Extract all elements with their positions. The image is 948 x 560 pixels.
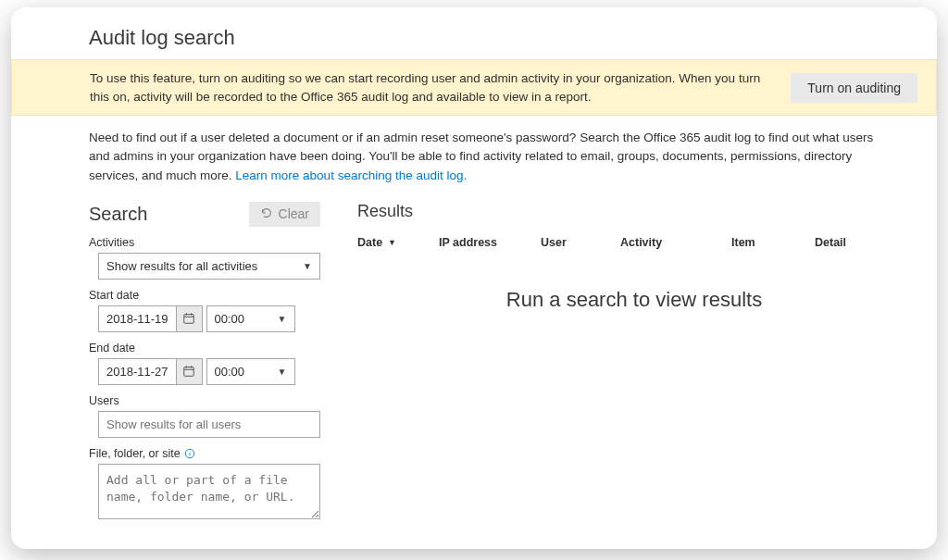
column-date-label: Date — [357, 236, 382, 249]
column-user[interactable]: User — [541, 236, 620, 249]
start-date-field[interactable]: 2018-11-19 — [98, 305, 203, 332]
intro-body: Need to find out if a user deleted a doc… — [89, 131, 873, 182]
search-panel: Search Clear Activities Show results for… — [89, 202, 320, 522]
end-date-field[interactable]: 2018-11-27 — [98, 358, 203, 385]
start-time-value: 00:00 — [215, 312, 245, 326]
caret-down-icon: ▼ — [278, 314, 287, 324]
start-date-value: 2018-11-19 — [99, 306, 176, 331]
results-panel: Results Date ▼ IP address User Activity … — [357, 202, 911, 522]
clear-button[interactable]: Clear — [249, 202, 320, 227]
caret-down-icon: ▼ — [278, 367, 287, 377]
start-date-calendar-button[interactable] — [176, 306, 202, 331]
search-header: Search Clear — [89, 202, 320, 227]
undo-icon — [260, 206, 273, 222]
column-detail[interactable]: Detail — [815, 236, 911, 249]
clear-label: Clear — [279, 206, 309, 221]
end-date-label: End date — [89, 342, 320, 355]
info-icon[interactable] — [184, 448, 195, 459]
users-input[interactable] — [98, 411, 320, 438]
end-time-value: 00:00 — [215, 365, 245, 379]
activities-label: Activities — [89, 236, 320, 249]
end-date-calendar-button[interactable] — [176, 359, 202, 384]
start-date-label: Start date — [89, 289, 320, 302]
end-date-value: 2018-11-27 — [99, 359, 176, 384]
file-label: File, folder, or site — [89, 447, 320, 460]
activities-value: Show results for all activities — [106, 259, 257, 273]
caret-down-icon: ▼ — [303, 261, 312, 271]
activities-dropdown[interactable]: Show results for all activities ▼ — [98, 253, 320, 280]
end-date-row: 2018-11-27 00:00 ▼ — [98, 358, 320, 385]
results-body[interactable]: Run a search to view results — [357, 256, 911, 516]
main-row: Search Clear Activities Show results for… — [89, 202, 911, 522]
users-label: Users — [89, 394, 320, 407]
calendar-icon — [182, 312, 195, 325]
results-heading: Results — [357, 202, 911, 221]
results-header-row: Date ▼ IP address User Activity Item Det… — [357, 230, 911, 256]
file-input[interactable] — [98, 464, 320, 519]
learn-more-link[interactable]: Learn more about searching the audit log… — [235, 168, 467, 182]
turn-on-auditing-button[interactable]: Turn on auditing — [791, 73, 917, 103]
start-time-dropdown[interactable]: 00:00 ▼ — [206, 305, 295, 332]
results-empty-text: Run a search to view results — [357, 288, 911, 312]
column-item[interactable]: Item — [731, 236, 815, 249]
page-title: Audit log search — [89, 26, 911, 50]
intro-text: Need to find out if a user deleted a doc… — [89, 129, 885, 185]
auditing-banner: To use this feature, turn on auditing so… — [11, 59, 937, 116]
svg-rect-0 — [184, 315, 194, 324]
file-label-text: File, folder, or site — [89, 447, 181, 460]
column-ip[interactable]: IP address — [439, 236, 541, 249]
banner-text: To use this feature, turn on auditing so… — [90, 69, 772, 106]
page-card: Audit log search To use this feature, tu… — [11, 7, 937, 549]
column-activity[interactable]: Activity — [620, 236, 731, 249]
sort-desc-icon: ▼ — [388, 238, 396, 247]
svg-rect-4 — [184, 367, 194, 377]
column-date[interactable]: Date ▼ — [357, 236, 439, 249]
svg-point-10 — [189, 451, 190, 452]
search-heading: Search — [89, 204, 147, 225]
start-date-row: 2018-11-19 00:00 ▼ — [98, 305, 320, 332]
calendar-icon — [182, 365, 195, 378]
end-time-dropdown[interactable]: 00:00 ▼ — [206, 358, 295, 385]
